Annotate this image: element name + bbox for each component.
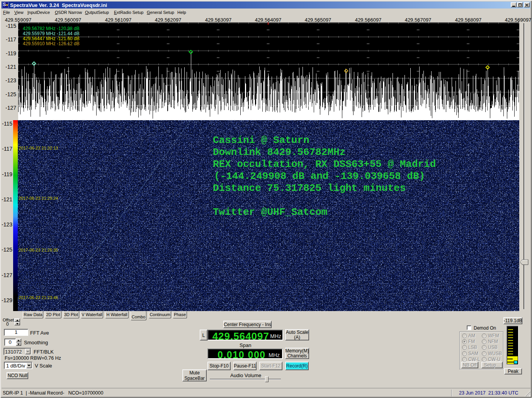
svg-text:2017-06-23 21:32:13: 2017-06-23 21:32:13 xyxy=(19,146,58,150)
svg-text:Twitter @UHF_Satcom: Twitter @UHF_Satcom xyxy=(213,206,327,218)
svg-text:429.55979 MHz -121.44 dB: 429.55979 MHz -121.44 dB xyxy=(23,31,80,36)
svg-text:Distance 75.317825 light minut: Distance 75.317825 light minutes xyxy=(213,182,406,194)
svg-text:429.56782 MHz -120.98 dB: 429.56782 MHz -120.98 dB xyxy=(23,26,80,31)
svg-text:2017-06-23 21:29:24: 2017-06-23 21:29:24 xyxy=(19,196,58,201)
svg-text:Downlink 8429.56782MHz: Downlink 8429.56782MHz xyxy=(213,146,345,158)
svg-text:2017-06-23 21:26:35: 2017-06-23 21:26:35 xyxy=(19,248,58,252)
svg-text:2017-06-23 21:23:46: 2017-06-23 21:23:46 xyxy=(19,295,58,300)
svg-text:(-144.249908 dB and -139.03965: (-144.249908 dB and -139.039658 dB) xyxy=(214,170,425,182)
svg-text:REX occultation, RX DSS63+55 @: REX occultation, RX DSS63+55 @ Madrid xyxy=(213,158,436,170)
svg-text:Cassini @ Saturn: Cassini @ Saturn xyxy=(213,134,309,146)
svg-text:429.56447 MHz -121.60 dB: 429.56447 MHz -121.60 dB xyxy=(23,36,80,41)
svg-text:429.55910 MHz -126.12 dB: 429.55910 MHz -126.12 dB xyxy=(23,41,80,46)
